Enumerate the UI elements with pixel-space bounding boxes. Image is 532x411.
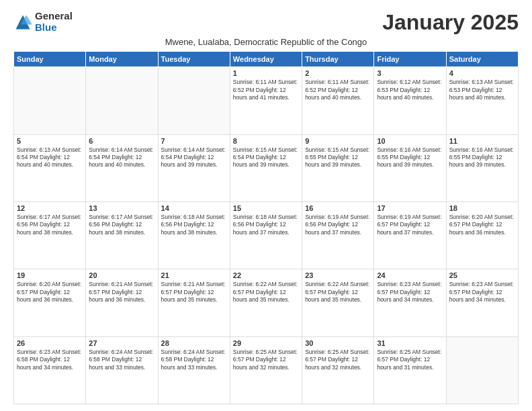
day-cell: 9Sunrise: 6:15 AM Sunset: 6:55 PM Daylig… bbox=[302, 134, 374, 201]
day-cell: 4Sunrise: 6:13 AM Sunset: 6:53 PM Daylig… bbox=[446, 67, 518, 134]
day-number: 31 bbox=[377, 339, 443, 347]
day-info: Sunrise: 6:14 AM Sunset: 6:54 PM Dayligh… bbox=[89, 146, 154, 169]
day-cell: 24Sunrise: 6:23 AM Sunset: 6:57 PM Dayli… bbox=[374, 269, 446, 336]
logo: General Blue bbox=[13, 11, 73, 33]
day-info: Sunrise: 6:16 AM Sunset: 6:55 PM Dayligh… bbox=[377, 146, 443, 169]
day-info: Sunrise: 6:20 AM Sunset: 6:57 PM Dayligh… bbox=[17, 281, 83, 304]
day-cell bbox=[86, 67, 158, 134]
header-row: Sunday Monday Tuesday Wednesday Thursday… bbox=[14, 52, 519, 67]
day-cell: 7Sunrise: 6:14 AM Sunset: 6:54 PM Daylig… bbox=[158, 134, 230, 201]
day-number: 2 bbox=[305, 69, 371, 77]
calendar: Sunday Monday Tuesday Wednesday Thursday… bbox=[13, 51, 519, 404]
day-info: Sunrise: 6:15 AM Sunset: 6:54 PM Dayligh… bbox=[233, 146, 299, 169]
logo-blue: Blue bbox=[35, 22, 73, 34]
calendar-body: 1Sunrise: 6:11 AM Sunset: 6:52 PM Daylig… bbox=[14, 67, 519, 404]
col-tuesday: Tuesday bbox=[158, 52, 230, 67]
day-cell bbox=[14, 67, 86, 134]
week-row-2: 5Sunrise: 6:13 AM Sunset: 6:54 PM Daylig… bbox=[14, 134, 519, 201]
day-cell: 17Sunrise: 6:19 AM Sunset: 6:57 PM Dayli… bbox=[374, 201, 446, 269]
day-info: Sunrise: 6:20 AM Sunset: 6:57 PM Dayligh… bbox=[449, 214, 515, 236]
day-number: 7 bbox=[161, 137, 227, 145]
day-info: Sunrise: 6:11 AM Sunset: 6:52 PM Dayligh… bbox=[305, 79, 371, 101]
day-cell: 8Sunrise: 6:15 AM Sunset: 6:54 PM Daylig… bbox=[230, 134, 302, 201]
day-info: Sunrise: 6:15 AM Sunset: 6:55 PM Dayligh… bbox=[305, 146, 371, 169]
day-cell: 26Sunrise: 6:23 AM Sunset: 6:58 PM Dayli… bbox=[14, 336, 86, 404]
day-info: Sunrise: 6:19 AM Sunset: 6:56 PM Dayligh… bbox=[305, 214, 371, 236]
day-info: Sunrise: 6:17 AM Sunset: 6:56 PM Dayligh… bbox=[89, 214, 154, 236]
title-section: January 2025 bbox=[382, 11, 519, 34]
day-cell: 14Sunrise: 6:18 AM Sunset: 6:56 PM Dayli… bbox=[158, 201, 230, 269]
day-number: 19 bbox=[17, 271, 83, 279]
day-cell bbox=[446, 336, 518, 404]
day-number: 16 bbox=[305, 204, 371, 212]
day-number: 21 bbox=[161, 271, 227, 279]
day-info: Sunrise: 6:23 AM Sunset: 6:57 PM Dayligh… bbox=[377, 281, 443, 304]
day-number: 24 bbox=[377, 271, 443, 279]
day-info: Sunrise: 6:11 AM Sunset: 6:52 PM Dayligh… bbox=[233, 79, 299, 101]
day-cell: 3Sunrise: 6:12 AM Sunset: 6:53 PM Daylig… bbox=[374, 67, 446, 134]
day-info: Sunrise: 6:25 AM Sunset: 6:57 PM Dayligh… bbox=[377, 349, 443, 371]
day-number: 30 bbox=[305, 339, 371, 347]
col-friday: Friday bbox=[374, 52, 446, 67]
day-cell: 13Sunrise: 6:17 AM Sunset: 6:56 PM Dayli… bbox=[86, 201, 158, 269]
day-number: 1 bbox=[233, 69, 299, 77]
day-cell: 31Sunrise: 6:25 AM Sunset: 6:57 PM Dayli… bbox=[374, 336, 446, 404]
day-number: 18 bbox=[449, 204, 515, 212]
day-cell: 16Sunrise: 6:19 AM Sunset: 6:56 PM Dayli… bbox=[302, 201, 374, 269]
day-info: Sunrise: 6:12 AM Sunset: 6:53 PM Dayligh… bbox=[377, 79, 443, 101]
col-wednesday: Wednesday bbox=[230, 52, 302, 67]
logo-icon bbox=[13, 13, 32, 32]
day-cell: 23Sunrise: 6:22 AM Sunset: 6:57 PM Dayli… bbox=[302, 269, 374, 336]
day-number: 29 bbox=[233, 339, 299, 347]
day-cell: 10Sunrise: 6:16 AM Sunset: 6:55 PM Dayli… bbox=[374, 134, 446, 201]
day-info: Sunrise: 6:25 AM Sunset: 6:57 PM Dayligh… bbox=[305, 349, 371, 371]
day-number: 20 bbox=[89, 271, 154, 279]
day-info: Sunrise: 6:23 AM Sunset: 6:57 PM Dayligh… bbox=[449, 281, 515, 304]
day-number: 26 bbox=[17, 339, 83, 347]
day-info: Sunrise: 6:25 AM Sunset: 6:57 PM Dayligh… bbox=[233, 349, 299, 371]
day-number: 3 bbox=[377, 69, 443, 77]
day-info: Sunrise: 6:24 AM Sunset: 6:58 PM Dayligh… bbox=[89, 349, 154, 371]
day-cell: 5Sunrise: 6:13 AM Sunset: 6:54 PM Daylig… bbox=[14, 134, 86, 201]
logo-text: General Blue bbox=[35, 11, 73, 33]
day-number: 23 bbox=[305, 271, 371, 279]
day-cell: 12Sunrise: 6:17 AM Sunset: 6:56 PM Dayli… bbox=[14, 201, 86, 269]
day-cell: 29Sunrise: 6:25 AM Sunset: 6:57 PM Dayli… bbox=[230, 336, 302, 404]
week-row-4: 19Sunrise: 6:20 AM Sunset: 6:57 PM Dayli… bbox=[14, 269, 519, 336]
day-info: Sunrise: 6:14 AM Sunset: 6:54 PM Dayligh… bbox=[161, 146, 227, 169]
day-cell: 27Sunrise: 6:24 AM Sunset: 6:58 PM Dayli… bbox=[86, 336, 158, 404]
day-cell: 2Sunrise: 6:11 AM Sunset: 6:52 PM Daylig… bbox=[302, 67, 374, 134]
subtitle: Mwene, Lualaba, Democratic Republic of t… bbox=[13, 37, 519, 47]
day-number: 4 bbox=[449, 69, 515, 77]
day-cell: 19Sunrise: 6:20 AM Sunset: 6:57 PM Dayli… bbox=[14, 269, 86, 336]
day-info: Sunrise: 6:13 AM Sunset: 6:54 PM Dayligh… bbox=[17, 146, 83, 169]
day-info: Sunrise: 6:22 AM Sunset: 6:57 PM Dayligh… bbox=[233, 281, 299, 304]
week-row-3: 12Sunrise: 6:17 AM Sunset: 6:56 PM Dayli… bbox=[14, 201, 519, 269]
col-thursday: Thursday bbox=[302, 52, 374, 67]
month-title: January 2025 bbox=[382, 11, 519, 34]
week-row-5: 26Sunrise: 6:23 AM Sunset: 6:58 PM Dayli… bbox=[14, 336, 519, 404]
day-number: 5 bbox=[17, 137, 83, 145]
day-info: Sunrise: 6:21 AM Sunset: 6:57 PM Dayligh… bbox=[161, 281, 227, 304]
day-number: 10 bbox=[377, 137, 443, 145]
col-saturday: Saturday bbox=[446, 52, 518, 67]
day-info: Sunrise: 6:18 AM Sunset: 6:56 PM Dayligh… bbox=[161, 214, 227, 236]
day-cell: 20Sunrise: 6:21 AM Sunset: 6:57 PM Dayli… bbox=[86, 269, 158, 336]
day-cell: 30Sunrise: 6:25 AM Sunset: 6:57 PM Dayli… bbox=[302, 336, 374, 404]
day-info: Sunrise: 6:24 AM Sunset: 6:58 PM Dayligh… bbox=[161, 349, 227, 371]
day-number: 12 bbox=[17, 204, 83, 212]
day-number: 13 bbox=[89, 204, 154, 212]
day-number: 15 bbox=[233, 204, 299, 212]
day-cell: 28Sunrise: 6:24 AM Sunset: 6:58 PM Dayli… bbox=[158, 336, 230, 404]
day-number: 9 bbox=[305, 137, 371, 145]
day-cell: 18Sunrise: 6:20 AM Sunset: 6:57 PM Dayli… bbox=[446, 201, 518, 269]
day-number: 28 bbox=[161, 339, 227, 347]
day-info: Sunrise: 6:16 AM Sunset: 6:55 PM Dayligh… bbox=[449, 146, 515, 169]
page: General Blue January 2025 Mwene, Lualaba… bbox=[0, 0, 532, 411]
day-number: 22 bbox=[233, 271, 299, 279]
day-number: 11 bbox=[449, 137, 515, 145]
week-row-1: 1Sunrise: 6:11 AM Sunset: 6:52 PM Daylig… bbox=[14, 67, 519, 134]
logo-general: General bbox=[35, 11, 73, 22]
day-cell: 1Sunrise: 6:11 AM Sunset: 6:52 PM Daylig… bbox=[230, 67, 302, 134]
header: General Blue January 2025 bbox=[13, 11, 519, 34]
